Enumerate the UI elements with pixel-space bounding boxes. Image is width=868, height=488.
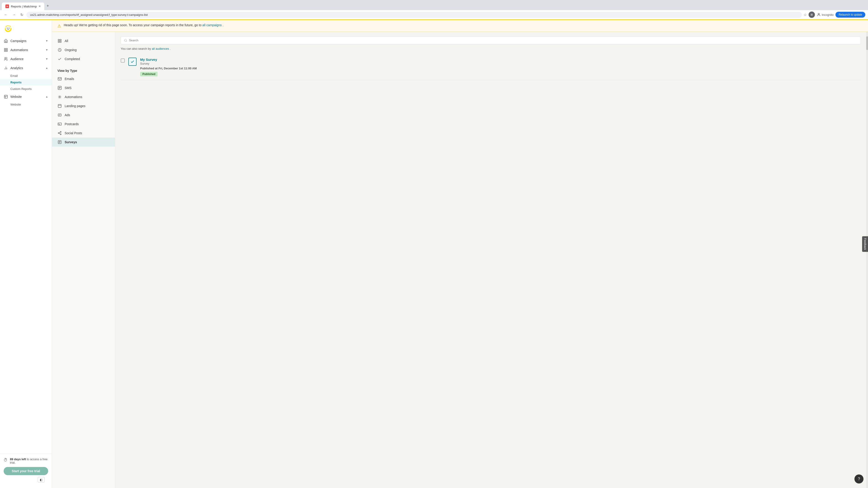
tab-close-button[interactable]: × xyxy=(39,4,41,8)
svg-point-35 xyxy=(58,133,59,134)
filter-completed[interactable]: Completed xyxy=(52,55,115,64)
filter-type-automations[interactable]: Automations xyxy=(52,92,115,101)
relaunch-button[interactable]: Relaunch to update xyxy=(835,12,865,18)
scrollbar-thumb xyxy=(866,36,868,50)
campaign-checkbox[interactable] xyxy=(121,59,125,63)
campaigns-chevron: ▼ xyxy=(45,39,48,42)
surveys-icon xyxy=(57,140,62,144)
right-scrollbar xyxy=(866,32,868,488)
campaign-item: My Survey Survey Published at Fri, Decem… xyxy=(121,54,861,80)
tab-bar: M Reports | Mailchimp × + xyxy=(0,0,868,10)
address-input[interactable] xyxy=(26,12,802,18)
collapse-sidebar-button[interactable]: ◧ xyxy=(38,477,44,483)
mailchimp-logo xyxy=(4,24,13,33)
svg-point-34 xyxy=(60,131,61,133)
search-icon xyxy=(124,39,127,42)
help-button[interactable]: ? xyxy=(855,475,864,484)
type-filter-section: View by Type Emails SMS xyxy=(52,65,115,147)
svg-point-43 xyxy=(125,39,127,41)
filter-emails[interactable]: Emails xyxy=(52,74,115,84)
alert-text: Heads up! We're getting rid of this page… xyxy=(64,23,223,27)
completed-icon xyxy=(57,57,62,61)
automations-label: Automations xyxy=(10,48,28,52)
all-audiences-link[interactable]: all audiences xyxy=(152,47,169,51)
tab-favicon: M xyxy=(5,4,9,8)
incognito-indicator: Incognito xyxy=(817,13,834,17)
svg-line-38 xyxy=(59,132,60,133)
sidebar-item-website[interactable]: Website ▲ xyxy=(0,92,52,101)
start-trial-button[interactable]: Start your free trial xyxy=(4,467,48,475)
svg-line-37 xyxy=(59,133,60,134)
filter-landing-pages[interactable]: Landing pages xyxy=(52,101,115,110)
collapse-button-container: ◧ xyxy=(4,475,48,484)
extensions-button[interactable]: ⊞ xyxy=(809,11,815,18)
sidebar-sub-item-reports[interactable]: Reports xyxy=(0,79,52,86)
filter-sms[interactable]: SMS xyxy=(52,84,115,92)
landing-pages-label: Landing pages xyxy=(65,104,86,108)
sidebar-item-campaigns[interactable]: Campaigns ▼ xyxy=(0,36,52,45)
sidebar-sub-item-custom-reports[interactable]: Custom Reports xyxy=(0,86,52,92)
all-label: All xyxy=(65,39,68,43)
sidebar-sub-item-email[interactable]: Email xyxy=(0,72,52,79)
svg-point-27 xyxy=(59,96,60,98)
automations-type-label: Automations xyxy=(65,95,82,99)
completed-label: Completed xyxy=(65,57,80,61)
filter-panel: All Ongoing Completed xyxy=(52,32,115,488)
svg-rect-28 xyxy=(58,104,61,107)
audience-search-input[interactable] xyxy=(129,39,857,42)
alert-banner: ⚠ Heads up! We're getting rid of this pa… xyxy=(52,20,868,32)
audience-search-container xyxy=(121,36,861,44)
surveys-label: Surveys xyxy=(65,140,77,144)
feedback-tab[interactable]: Feedback xyxy=(862,236,868,252)
campaign-status-badge: Published xyxy=(140,72,158,76)
svg-point-36 xyxy=(60,134,61,135)
emails-icon xyxy=(57,76,62,81)
sidebar-sub-item-website[interactable]: Website xyxy=(0,101,52,108)
trial-icon: ⏱ xyxy=(4,458,8,462)
svg-point-2 xyxy=(6,26,11,31)
filter-ads[interactable]: Ads xyxy=(52,110,115,120)
all-campaigns-link[interactable]: all campaigns xyxy=(202,23,222,27)
filter-ongoing[interactable]: Ongoing xyxy=(52,45,115,55)
emails-label: Emails xyxy=(65,77,74,80)
ongoing-icon xyxy=(57,48,62,52)
postcards-label: Postcards xyxy=(65,122,79,126)
svg-rect-14 xyxy=(4,95,7,98)
automations-icon xyxy=(4,48,8,52)
filter-surveys[interactable]: Surveys xyxy=(52,138,115,147)
filter-social-posts[interactable]: Social Posts xyxy=(52,129,115,138)
svg-rect-7 xyxy=(6,48,7,50)
filter-postcards[interactable]: Postcards xyxy=(52,120,115,129)
campaign-date: Published at Fri, December 1st 11:00 AM xyxy=(140,67,861,70)
sidebar-navigation: Campaigns ▼ Automations ▼ Audience ▼ xyxy=(0,36,52,454)
sidebar-item-analytics[interactable]: Analytics ▲ xyxy=(0,64,52,72)
main-content: ⚠ Heads up! We're getting rid of this pa… xyxy=(52,20,868,488)
svg-point-5 xyxy=(10,28,11,29)
campaign-name-link[interactable]: My Survey xyxy=(140,58,861,61)
campaign-type-icon xyxy=(128,58,136,66)
active-tab[interactable]: M Reports | Mailchimp × xyxy=(2,2,44,10)
website-icon xyxy=(4,94,8,99)
sidebar-logo xyxy=(0,20,52,36)
landing-pages-icon xyxy=(57,104,62,108)
sidebar-item-audience[interactable]: Audience ▼ xyxy=(0,55,52,64)
new-tab-button[interactable]: + xyxy=(45,2,51,10)
analytics-chevron: ▲ xyxy=(45,66,48,70)
social-posts-label: Social Posts xyxy=(65,131,82,135)
svg-rect-8 xyxy=(6,51,7,52)
view-by-type-heading: View by Type xyxy=(52,65,115,74)
sidebar-item-automations[interactable]: Automations ▼ xyxy=(0,45,52,55)
back-button[interactable]: ← xyxy=(3,12,9,18)
refresh-button[interactable]: ↻ xyxy=(19,12,25,18)
trial-text: 89 days left to access a free trial. xyxy=(10,457,48,464)
forward-button[interactable]: → xyxy=(11,12,17,18)
campaign-type-label: Survey xyxy=(140,62,861,65)
analytics-label: Analytics xyxy=(10,66,23,70)
svg-line-44 xyxy=(126,41,127,41)
filter-all[interactable]: All xyxy=(52,36,115,45)
svg-rect-6 xyxy=(4,48,5,50)
svg-point-4 xyxy=(8,28,9,29)
campaign-details: My Survey Survey Published at Fri, Decem… xyxy=(140,58,861,76)
tab-title: Reports | Mailchimp xyxy=(11,5,37,8)
bookmark-button[interactable]: ☆ xyxy=(804,13,807,17)
